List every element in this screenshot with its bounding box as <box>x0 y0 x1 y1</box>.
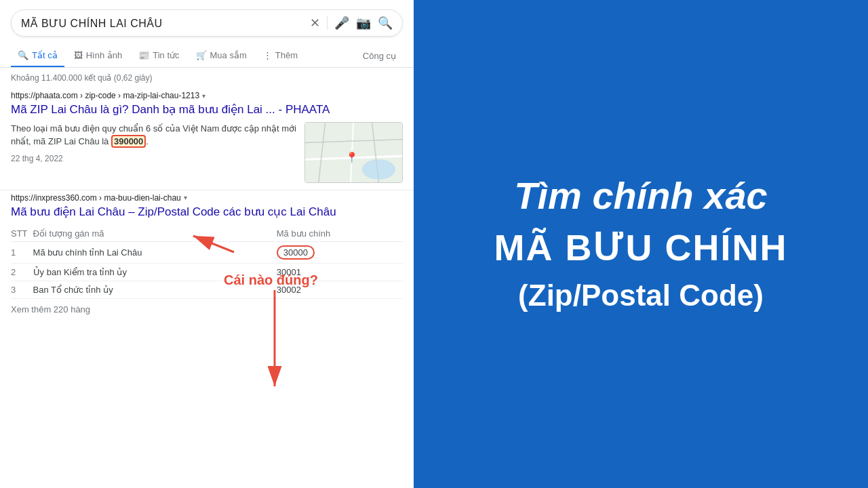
result-1-url-text: https://phaata.com › zip-code › ma-zip-l… <box>11 91 199 100</box>
right-panel: Tìm chính xác MÃ BƯU CHÍNH (Zip/Postal C… <box>414 0 868 488</box>
row3-label: Ban Tổ chức tỉnh ủy <box>33 281 277 298</box>
table-row: 3 Ban Tổ chức tỉnh ủy 30002 <box>11 281 403 298</box>
tab-images-label: Hình ảnh <box>86 50 123 60</box>
result-1: https://phaata.com › zip-code › ma-zip-l… <box>0 87 414 190</box>
shopping-icon: 🛒 <box>196 50 207 60</box>
tab-more-label: Thêm <box>275 50 298 60</box>
divider <box>327 16 328 30</box>
tab-shopping[interactable]: 🛒 Mua sắm <box>189 45 254 67</box>
result-1-url-arrow[interactable]: ▾ <box>202 92 205 100</box>
camera-icon[interactable]: 📷 <box>356 16 371 30</box>
table-row: 1 Mã bưu chính tỉnh Lai Châu 30000 <box>11 241 403 263</box>
result-1-title[interactable]: Mã ZIP Lai Châu là gì? Danh bạ mã bưu đi… <box>11 102 403 118</box>
result-2-title[interactable]: Mã bưu điện Lai Châu – Zip/Postal Code c… <box>11 204 403 220</box>
row2-num: 2 <box>11 263 33 281</box>
result-1-text: Theo loại mã bưu điện quy chuẩn 6 số của… <box>11 122 298 165</box>
more-icon: ⋮ <box>263 50 272 60</box>
tab-news[interactable]: 📰 Tin tức <box>132 45 186 67</box>
row2-code: 30001 <box>277 263 403 281</box>
result-1-text-before: Theo loại mã bưu điện quy chuẩn 6 số của… <box>11 123 296 147</box>
svg-point-6 <box>362 159 395 180</box>
map-roads-svg: 📍 <box>305 123 402 183</box>
tab-all-label: Tất cả <box>32 50 58 60</box>
tab-images[interactable]: 🖼 Hình ảnh <box>67 45 130 67</box>
col-stt: STT <box>11 226 33 242</box>
result-1-url: https://phaata.com › zip-code › ma-zip-l… <box>11 91 403 100</box>
svg-text:📍: 📍 <box>345 151 359 164</box>
search-tabs: 🔍 Tất cả 🖼 Hình ảnh 📰 Tin tức 🛒 Mua sắm … <box>0 45 414 68</box>
left-panel: MÃ BƯU CHÍNH LAI CHÂU ✕ 🎤 📷 🔍 🔍 Tất cả 🖼… <box>0 0 414 488</box>
tab-more[interactable]: ⋮ Thêm <box>256 45 304 67</box>
right-title-line2: MÃ BƯU CHÍNH <box>494 226 788 270</box>
row1-code: 30000 <box>277 241 403 263</box>
col-object: Đối tượng gán mã <box>33 226 277 242</box>
microphone-icon[interactable]: 🎤 <box>334 16 349 30</box>
result-1-text-after: . <box>146 136 149 146</box>
postal-code-circle: 30000 <box>277 245 315 260</box>
col-code: Mã bưu chính <box>277 226 403 242</box>
right-title-line3: (Zip/Postal Code) <box>518 276 764 314</box>
see-more-link[interactable]: Xem thêm 220 hàng <box>11 304 403 314</box>
results-info: Khoảng 11.400.000 kết quả (0,62 giây) <box>0 68 414 87</box>
row1-num: 1 <box>11 241 33 263</box>
result-1-highlighted: 390000 <box>111 135 146 148</box>
news-icon: 📰 <box>138 50 149 60</box>
row1-label: Mã bưu chính tỉnh Lai Châu <box>33 241 277 263</box>
result-2: https://inxpress360.com › ma-buu-dien-la… <box>0 190 414 321</box>
right-title-line1: Tìm chính xác <box>514 173 767 218</box>
row2-label: Ủy ban Kiểm tra tỉnh ủy <box>33 263 277 281</box>
result-2-url: https://inxpress360.com › ma-buu-dien-la… <box>11 193 403 203</box>
tab-all[interactable]: 🔍 Tất cả <box>11 45 64 67</box>
search-button[interactable]: 🔍 <box>378 16 393 30</box>
map-thumbnail[interactable]: Mã Zip Lai Châu 📍 <box>304 122 403 183</box>
result-1-body: Theo loại mã bưu điện quy chuẩn 6 số của… <box>11 122 403 183</box>
search-input[interactable]: MÃ BƯU CHÍNH LAI CHÂU <box>21 17 304 30</box>
tab-shopping-label: Mua sắm <box>210 50 247 60</box>
tab-news-label: Tin tức <box>153 50 179 60</box>
clear-icon[interactable]: ✕ <box>310 16 320 30</box>
table-row: 2 Ủy ban Kiểm tra tỉnh ủy 30001 <box>11 263 403 281</box>
search-bar[interactable]: MÃ BƯU CHÍNH LAI CHÂU ✕ 🎤 📷 🔍 <box>11 9 403 37</box>
result-table: STT Đối tượng gán mã Mã bưu chính 1 Mã b… <box>11 226 403 299</box>
row3-num: 3 <box>11 281 33 298</box>
images-icon: 🖼 <box>74 50 83 60</box>
result-2-url-arrow[interactable]: ▾ <box>184 194 187 201</box>
result-2-url-text: https://inxpress360.com › ma-buu-dien-la… <box>11 193 181 203</box>
row3-code: 30002 <box>277 281 403 298</box>
tools-button[interactable]: Công cụ <box>356 45 403 66</box>
result-1-date: 22 thg 4, 2022 <box>11 152 298 165</box>
all-icon: 🔍 <box>18 50 28 60</box>
